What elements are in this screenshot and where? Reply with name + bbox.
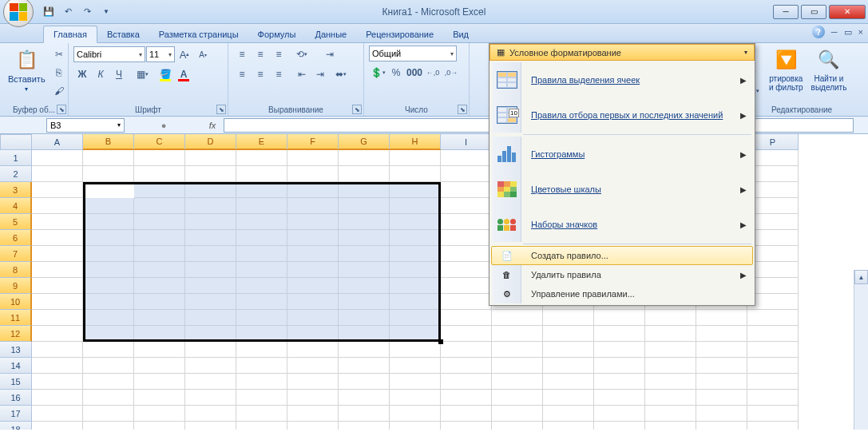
cell[interactable] <box>543 358 594 374</box>
cell[interactable] <box>287 326 339 342</box>
cell[interactable] <box>390 374 441 390</box>
cell[interactable] <box>696 358 747 374</box>
row-header[interactable]: 12 <box>0 326 32 342</box>
cell[interactable] <box>287 342 339 358</box>
row-header[interactable]: 8 <box>0 262 32 278</box>
cell[interactable] <box>339 406 390 422</box>
cell[interactable] <box>390 278 441 294</box>
decrease-decimal-icon[interactable]: ,0→ <box>442 64 460 81</box>
cell[interactable] <box>185 422 236 430</box>
cell[interactable] <box>390 246 441 262</box>
column-header[interactable]: E <box>236 134 287 150</box>
italic-button[interactable]: К <box>92 65 109 83</box>
merge-icon[interactable]: ⬌▾ <box>330 65 352 83</box>
cell[interactable] <box>287 214 339 230</box>
save-icon[interactable]: 💾 <box>42 5 56 19</box>
align-right-icon[interactable]: ≡ <box>270 65 287 83</box>
cell[interactable] <box>236 214 287 230</box>
cell[interactable] <box>390 230 441 246</box>
cell[interactable] <box>696 390 747 406</box>
cell[interactable] <box>492 310 543 326</box>
cell[interactable] <box>287 150 339 166</box>
cell[interactable] <box>543 422 594 430</box>
number-format-combo[interactable]: Общий▾ <box>369 46 457 61</box>
cell[interactable] <box>236 182 287 198</box>
cell[interactable] <box>543 326 594 342</box>
cell[interactable] <box>543 374 594 390</box>
maximize-button[interactable]: ▭ <box>801 5 826 19</box>
office-button[interactable] <box>3 0 34 27</box>
cell[interactable] <box>236 198 287 214</box>
cell[interactable] <box>134 406 185 422</box>
cell[interactable] <box>441 358 492 374</box>
cell[interactable] <box>134 182 185 198</box>
cell[interactable] <box>390 166 441 182</box>
cell[interactable] <box>287 390 339 406</box>
cell[interactable] <box>696 326 747 342</box>
cell[interactable] <box>747 406 799 422</box>
cell[interactable] <box>32 326 83 342</box>
undo-icon[interactable]: ↶ <box>61 5 75 19</box>
tab-page-layout[interactable]: Разметка страницы <box>149 26 248 42</box>
row-header[interactable]: 5 <box>0 214 32 230</box>
cell[interactable] <box>492 358 543 374</box>
cell[interactable] <box>134 358 185 374</box>
cell[interactable] <box>32 390 83 406</box>
cell[interactable] <box>441 374 492 390</box>
menu-item[interactable]: 🗑Удалить правила▶ <box>491 265 753 284</box>
cell[interactable] <box>441 406 492 422</box>
cell[interactable] <box>339 358 390 374</box>
cell[interactable] <box>32 406 83 422</box>
cell[interactable] <box>32 198 83 214</box>
cell[interactable] <box>134 342 185 358</box>
tab-insert[interactable]: Вставка <box>97 26 149 42</box>
cell[interactable] <box>134 422 185 430</box>
select-all-corner[interactable] <box>0 134 32 150</box>
cell[interactable] <box>441 214 492 230</box>
cell[interactable] <box>339 182 390 198</box>
cell[interactable] <box>32 310 83 326</box>
cell[interactable] <box>390 422 441 430</box>
align-left-icon[interactable]: ≡ <box>233 65 251 83</box>
menu-item[interactable]: 10Правила отбора первых и последних знач… <box>491 97 753 133</box>
cell[interactable] <box>441 150 492 166</box>
cell[interactable] <box>390 406 441 422</box>
cell[interactable] <box>185 342 236 358</box>
cell[interactable] <box>185 310 236 326</box>
cell[interactable] <box>594 374 645 390</box>
cell[interactable] <box>492 422 543 430</box>
orientation-icon[interactable]: ⟲▾ <box>293 46 311 63</box>
cell[interactable] <box>441 182 492 198</box>
cell[interactable] <box>185 390 236 406</box>
scroll-up-icon[interactable]: ▲ <box>854 270 868 284</box>
cell[interactable] <box>441 198 492 214</box>
column-header[interactable]: D <box>185 134 236 150</box>
percent-icon[interactable]: % <box>387 64 405 81</box>
cell[interactable] <box>339 294 390 310</box>
cell[interactable] <box>696 310 747 326</box>
cell[interactable] <box>492 374 543 390</box>
cell[interactable] <box>32 278 83 294</box>
paste-button[interactable]: 📋 Вставить ▾ <box>5 46 49 104</box>
bold-button[interactable]: Ж <box>73 65 91 83</box>
column-header[interactable]: H <box>390 134 441 150</box>
cell[interactable] <box>390 326 441 342</box>
cell[interactable] <box>645 326 696 342</box>
cell[interactable] <box>747 358 799 374</box>
cell[interactable] <box>543 406 594 422</box>
cell[interactable] <box>134 214 185 230</box>
cell[interactable] <box>441 246 492 262</box>
cancel-formula-icon[interactable]: ● <box>157 118 171 133</box>
cell[interactable] <box>83 262 134 278</box>
row-header[interactable]: 18 <box>0 422 32 430</box>
cell[interactable] <box>696 342 747 358</box>
cell[interactable] <box>747 390 799 406</box>
cell[interactable] <box>287 230 339 246</box>
cell[interactable] <box>747 342 799 358</box>
cell[interactable] <box>441 262 492 278</box>
cell[interactable] <box>747 326 799 342</box>
tab-review[interactable]: Рецензирование <box>356 26 443 42</box>
cell[interactable] <box>390 198 441 214</box>
cell[interactable] <box>134 166 185 182</box>
mdi-minimize-icon[interactable]: ─ <box>831 27 838 37</box>
